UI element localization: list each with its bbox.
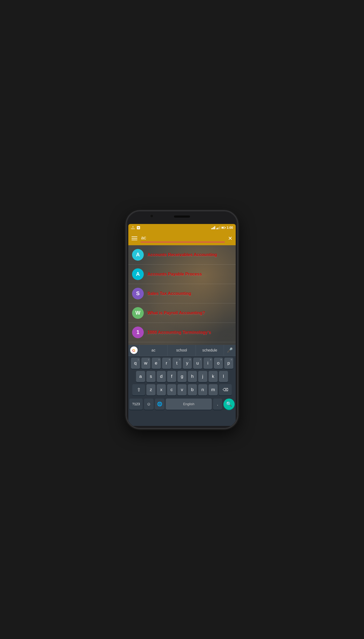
kb-indicator: 0 KB/s — [131, 226, 135, 230]
google-logo: G — [130, 346, 138, 354]
period-key[interactable]: . — [213, 399, 222, 410]
key-z[interactable]: z — [146, 384, 155, 395]
avatar: A — [132, 249, 144, 261]
list-item[interactable]: A Accounts Payable Process — [128, 265, 236, 284]
search-bar: ✕ — [128, 231, 236, 245]
battery-icon — [221, 227, 226, 229]
result-title: Accounts Payable Process — [147, 272, 202, 277]
list-item[interactable]: W What is Payroll Accounting? — [128, 303, 236, 323]
key-row-2: a s d f g h j k l — [129, 371, 235, 382]
signal-strong-icon — [211, 226, 215, 229]
n-notification-icon: N — [137, 226, 140, 229]
kb-top: 0 — [132, 226, 133, 228]
key-h[interactable]: h — [188, 371, 197, 382]
key-i[interactable]: 8i — [204, 358, 213, 369]
key-o[interactable]: 9o — [214, 358, 223, 369]
key-u[interactable]: 7u — [193, 358, 202, 369]
suggestion-school[interactable]: school — [168, 345, 196, 356]
search-input[interactable] — [141, 234, 225, 242]
search-icon: 🔍 — [226, 401, 232, 407]
avatar: W — [132, 307, 144, 319]
g-letter: G — [132, 348, 136, 353]
camera — [150, 214, 153, 218]
google-button[interactable]: G — [128, 345, 139, 356]
key-row-1: 1q 2w 3e 4r 5t 6y 7u 8i 9o 0p — [129, 358, 235, 369]
key-m[interactable]: m — [209, 384, 218, 395]
results-area: A Accounts Receivables Accounting A Acco… — [128, 245, 236, 345]
close-icon[interactable]: ✕ — [228, 235, 232, 242]
backspace-key[interactable]: ⌫ — [219, 384, 232, 395]
globe-key[interactable]: 🌐 — [155, 399, 164, 410]
key-r[interactable]: 4r — [162, 358, 171, 369]
microphone-button[interactable]: 🎤 — [224, 345, 236, 356]
key-c[interactable]: c — [167, 384, 176, 395]
bottom-row: ?123 ☺ 🌐 English . 🔍 — [128, 399, 236, 411]
key-n[interactable]: n — [198, 384, 207, 395]
shift-key[interactable]: ⇧ — [132, 384, 145, 395]
microphone-icon: 🎤 — [227, 347, 233, 353]
avatar: A — [132, 268, 144, 280]
num-key[interactable]: ?123 — [129, 399, 143, 410]
avatar: S — [132, 288, 144, 299]
kb-bottom: KB/s — [131, 228, 135, 230]
key-j[interactable]: j — [198, 371, 207, 382]
key-d[interactable]: d — [157, 371, 166, 382]
key-w[interactable]: 2w — [141, 358, 150, 369]
result-title: What is Payroll Accounting? — [147, 311, 205, 315]
result-title: Accounts Receivables Accounting — [147, 252, 217, 257]
suggestion-schedule[interactable]: schedule — [196, 345, 224, 356]
result-title: Sales Tax Accounting — [147, 291, 191, 296]
status-time: 1:00 — [227, 226, 233, 230]
space-key[interactable]: English — [166, 399, 212, 410]
suggestion-ac[interactable]: ac — [139, 345, 168, 356]
signal-med-icon — [216, 226, 220, 229]
phone-device: 0 KB/s N 1:00 — [126, 211, 238, 429]
key-v[interactable]: v — [177, 384, 187, 395]
key-p[interactable]: 0p — [224, 358, 233, 369]
key-g[interactable]: g — [177, 371, 187, 382]
list-item[interactable]: A Accounts Receivables Accounting — [128, 245, 236, 265]
key-k[interactable]: k — [209, 371, 218, 382]
result-title: 1000 Accounting Terminology's — [147, 330, 211, 335]
speaker — [174, 215, 190, 218]
key-x[interactable]: x — [157, 384, 166, 395]
key-b[interactable]: b — [188, 384, 197, 395]
key-y[interactable]: 6y — [183, 358, 192, 369]
key-rows: 1q 2w 3e 4r 5t 6y 7u 8i 9o 0p a s d f — [128, 356, 236, 399]
avatar: 1 — [132, 327, 144, 338]
key-a[interactable]: a — [136, 371, 145, 382]
key-f[interactable]: f — [167, 371, 176, 382]
phone-screen: 0 KB/s N 1:00 — [128, 224, 236, 426]
status-bar: 0 KB/s N 1:00 — [128, 224, 236, 231]
suggestions-row: G ac school schedule 🎤 — [128, 345, 236, 356]
search-key[interactable]: 🔍 — [223, 399, 235, 410]
list-item[interactable]: 1 1000 Accounting Terminology's — [128, 323, 236, 342]
list-item[interactable]: S Sales Tax Accounting — [128, 284, 236, 303]
key-e[interactable]: 3e — [152, 358, 161, 369]
key-l[interactable]: l — [219, 371, 228, 382]
key-s[interactable]: s — [146, 371, 155, 382]
keyboard: G ac school schedule 🎤 — [128, 345, 236, 411]
key-row-3: ⇧ z x c v b n m ⌫ — [129, 384, 235, 395]
key-t[interactable]: 5t — [172, 358, 181, 369]
menu-icon[interactable] — [132, 236, 137, 240]
emoji-key[interactable]: ☺ — [144, 399, 154, 410]
key-q[interactable]: 1q — [131, 358, 140, 369]
status-left: 0 KB/s N — [131, 226, 140, 230]
status-right: 1:00 — [211, 226, 233, 230]
